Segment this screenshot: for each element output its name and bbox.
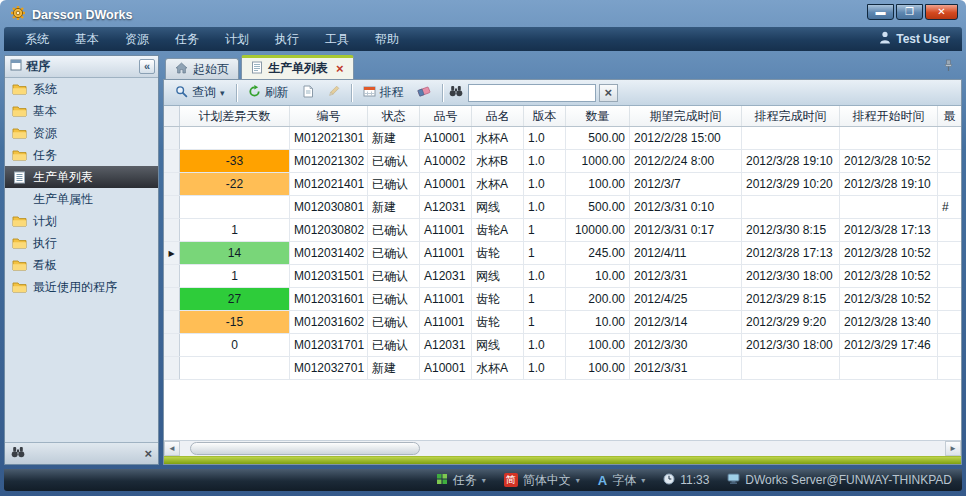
- font-menu[interactable]: A 字体 ▾: [598, 472, 645, 489]
- sidebar-item[interactable]: 系统: [5, 78, 158, 100]
- column-header[interactable]: 品名: [472, 106, 524, 126]
- cell[interactable]: 2012/3/28 17:13: [742, 242, 840, 264]
- cell[interactable]: 10000.00: [566, 219, 630, 241]
- cell[interactable]: 1000.00: [566, 150, 630, 172]
- schedule-button[interactable]: 排程: [358, 82, 409, 103]
- cell[interactable]: 1: [524, 242, 566, 264]
- cell[interactable]: 2012/2/24 8:00: [630, 150, 742, 172]
- tab-production-order-list[interactable]: 生产单列表 ×: [241, 55, 354, 79]
- cell[interactable]: [938, 357, 961, 379]
- cell[interactable]: M012032701: [290, 357, 368, 379]
- cell[interactable]: 网线: [472, 334, 524, 356]
- cell[interactable]: 2012/3/28 19:10: [742, 150, 840, 172]
- cell[interactable]: 已确认: [368, 242, 420, 264]
- sidebar-item[interactable]: 资源: [5, 122, 158, 144]
- cell[interactable]: [180, 196, 290, 218]
- cell[interactable]: [742, 196, 840, 218]
- menu-item[interactable]: 帮助: [362, 27, 412, 51]
- table-row[interactable]: M012030801新建A12031网线1.0500.002012/3/31 0…: [164, 196, 961, 219]
- cell[interactable]: M012031601: [290, 288, 368, 310]
- cell[interactable]: [742, 127, 840, 149]
- sidebar-item[interactable]: 执行: [5, 232, 158, 254]
- cell[interactable]: [938, 150, 961, 172]
- cell[interactable]: 2012/3/31 0:17: [630, 219, 742, 241]
- sidebar-item[interactable]: 生产单列表: [5, 166, 158, 188]
- table-row[interactable]: M012032701新建A10001水杯A1.0100.002012/3/31: [164, 357, 961, 380]
- cell[interactable]: 500.00: [566, 196, 630, 218]
- table-row[interactable]: 27M012031601已确认A11001齿轮1200.002012/4/252…: [164, 288, 961, 311]
- clear-input-button[interactable]: ×: [599, 84, 619, 102]
- cell[interactable]: A12031: [420, 265, 472, 287]
- cell[interactable]: 2012/3/7: [630, 173, 742, 195]
- cell[interactable]: 2012/3/31: [630, 357, 742, 379]
- cell[interactable]: M012031602: [290, 311, 368, 333]
- cell[interactable]: 2012/3/28 19:10: [840, 173, 938, 195]
- cell[interactable]: 齿轮A: [472, 219, 524, 241]
- cell[interactable]: [180, 357, 290, 379]
- sidebar-item[interactable]: 看板: [5, 254, 158, 276]
- table-row[interactable]: -33M012021302已确认A10002水杯B1.01000.002012/…: [164, 150, 961, 173]
- cell[interactable]: 245.00: [566, 242, 630, 264]
- column-header[interactable]: 编号: [290, 106, 368, 126]
- cell[interactable]: 已确认: [368, 311, 420, 333]
- cell[interactable]: M012021301: [290, 127, 368, 149]
- task-status-menu[interactable]: 任务 ▾: [436, 472, 486, 489]
- cell[interactable]: 100.00: [566, 334, 630, 356]
- cell[interactable]: 水杯A: [472, 127, 524, 149]
- maximize-button[interactable]: ❐: [896, 4, 923, 20]
- sidebar-item[interactable]: 生产单属性: [5, 188, 158, 210]
- table-row[interactable]: 1M012031501已确认A12031网线1.010.002012/3/312…: [164, 265, 961, 288]
- cell[interactable]: A11001: [420, 219, 472, 241]
- tab-start-page[interactable]: 起始页: [165, 58, 239, 79]
- user-info[interactable]: Test User: [879, 31, 954, 47]
- cell[interactable]: [938, 311, 961, 333]
- column-header[interactable]: 排程开始时间: [840, 106, 938, 126]
- cell[interactable]: [938, 127, 961, 149]
- cell[interactable]: A11001: [420, 288, 472, 310]
- cell[interactable]: 2012/3/29 10:20: [742, 173, 840, 195]
- cell[interactable]: 2012/3/28 10:52: [840, 265, 938, 287]
- cell[interactable]: 齿轮: [472, 288, 524, 310]
- cell[interactable]: 已确认: [368, 173, 420, 195]
- cell[interactable]: A10001: [420, 357, 472, 379]
- clock-status[interactable]: 11:33: [663, 473, 709, 488]
- sidebar-item[interactable]: 基本: [5, 100, 158, 122]
- table-row[interactable]: 0M012031701已确认A12031网线1.0100.002012/3/30…: [164, 334, 961, 357]
- cell[interactable]: [938, 288, 961, 310]
- table-row[interactable]: -22M012021401已确认A10001水杯A1.0100.002012/3…: [164, 173, 961, 196]
- cell[interactable]: 1.0: [524, 196, 566, 218]
- cell[interactable]: [938, 173, 961, 195]
- cell[interactable]: 2012/3/28 10:52: [840, 288, 938, 310]
- cell[interactable]: A10001: [420, 173, 472, 195]
- cell[interactable]: [938, 242, 961, 264]
- cell[interactable]: 1: [524, 288, 566, 310]
- eraser-button[interactable]: [412, 83, 436, 103]
- cell[interactable]: 齿轮: [472, 242, 524, 264]
- cell[interactable]: 0: [180, 334, 290, 356]
- cell[interactable]: A12031: [420, 334, 472, 356]
- cell[interactable]: 1.0: [524, 127, 566, 149]
- cell[interactable]: #: [938, 196, 961, 218]
- menu-item[interactable]: 计划: [212, 27, 262, 51]
- cell[interactable]: 水杯A: [472, 173, 524, 195]
- cell[interactable]: 2012/3/31 0:10: [630, 196, 742, 218]
- cell[interactable]: M012021401: [290, 173, 368, 195]
- cell[interactable]: 100.00: [566, 173, 630, 195]
- cell[interactable]: 2012/3/14: [630, 311, 742, 333]
- cell[interactable]: [742, 357, 840, 379]
- column-header[interactable]: 品号: [420, 106, 472, 126]
- cell[interactable]: 已确认: [368, 288, 420, 310]
- sidebar-search-bar[interactable]: ×: [5, 442, 158, 464]
- sidebar-item[interactable]: 最近使用的程序: [5, 276, 158, 298]
- cell[interactable]: 2012/3/29 17:46: [840, 334, 938, 356]
- cell[interactable]: [938, 265, 961, 287]
- cell[interactable]: 100.00: [566, 357, 630, 379]
- cell[interactable]: 网线: [472, 196, 524, 218]
- scrollbar-thumb[interactable]: [190, 442, 420, 455]
- cell[interactable]: 2012/4/25: [630, 288, 742, 310]
- cell[interactable]: 1: [524, 219, 566, 241]
- sidebar-item[interactable]: 计划: [5, 210, 158, 232]
- table-row[interactable]: -15M012031602已确认A11001齿轮110.002012/3/142…: [164, 311, 961, 334]
- cell[interactable]: 1: [180, 219, 290, 241]
- cell[interactable]: A10002: [420, 150, 472, 172]
